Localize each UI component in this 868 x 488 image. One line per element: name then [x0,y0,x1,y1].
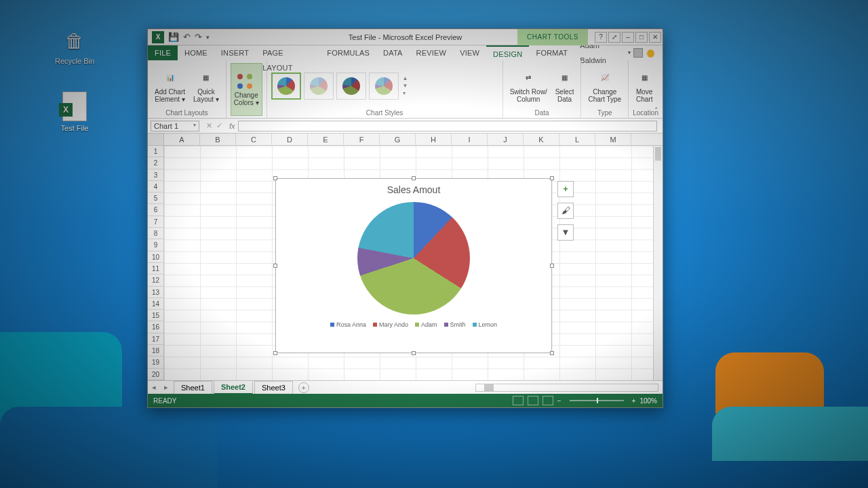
chart-style-2[interactable] [304,73,334,100]
col-header[interactable]: I [452,134,488,145]
col-header[interactable]: C [236,134,272,145]
row-header[interactable]: 14 [148,298,163,310]
desktop-testfile[interactable]: Test File [51,92,98,132]
row-header[interactable]: 7 [148,216,163,228]
qat-save-icon[interactable]: 💾 [168,32,179,42]
row-header[interactable]: 4 [148,181,163,192]
qat-undo-icon[interactable]: ↶ [183,32,191,42]
select-data-button[interactable]: ▦Select Data [553,63,577,108]
tab-nav-prev[interactable]: ◂ [148,383,160,392]
sheet-tab-2[interactable]: Sheet2 [214,380,253,394]
horizontal-scrollbar[interactable] [475,384,658,392]
select-all[interactable] [148,134,164,145]
row-header[interactable]: 13 [148,287,163,298]
chart-elements-button[interactable]: + [557,181,574,197]
col-header[interactable]: M [595,134,631,145]
row-header[interactable]: 15 [148,310,163,321]
chart-styles-button[interactable]: 🖌 [557,203,574,219]
tab-view[interactable]: VIEW [453,45,486,60]
embedded-chart[interactable]: Sales Amout Rosa AnnaMary AndoAdamSmithL… [275,178,552,353]
tab-file[interactable]: FILE [148,45,178,60]
collapse-ribbon-icon[interactable]: ˄ [654,106,658,115]
col-header[interactable]: B [200,134,236,145]
chart-filters-button[interactable]: ▼ [557,224,574,241]
feedback-icon[interactable] [647,49,654,58]
col-header[interactable]: D [272,134,308,145]
tab-insert[interactable]: INSERT [214,45,256,60]
styles-more[interactable]: ▾ [403,90,408,96]
formula-input[interactable] [238,121,657,131]
row-header[interactable]: 18 [148,345,163,357]
tab-formulas[interactable]: FORMULAS [320,45,376,60]
name-box[interactable]: Chart 1▾ [151,121,199,131]
legend-item[interactable]: Adam [415,321,437,328]
styles-scroll-down[interactable]: ▼ [403,83,408,89]
chart-style-1[interactable] [271,73,301,100]
row-header[interactable]: 11 [148,263,163,274]
col-header[interactable]: F [344,134,380,145]
add-sheet-button[interactable]: + [298,382,309,393]
qat-redo-icon[interactable]: ↷ [195,32,202,42]
chart-style-4[interactable] [369,73,399,100]
row-header[interactable]: 6 [148,204,163,216]
ribbon-options-button[interactable]: ⤢ [608,32,620,43]
row-header[interactable]: 10 [148,251,163,263]
col-header[interactable]: G [380,134,416,145]
sheet-tab-1[interactable]: Sheet1 [174,381,212,394]
chart-legend[interactable]: Rosa AnnaMary AndoAdamSmithLemon [276,321,551,328]
view-page-layout-button[interactable] [528,396,538,405]
add-chart-element-button[interactable]: 📊Add Chart Element ▾ [152,63,188,108]
tab-pagelayout[interactable]: PAGE LAYOUT [256,45,320,60]
vertical-scrollbar[interactable] [653,146,663,380]
cancel-formula-icon[interactable]: ✕ [206,121,212,130]
sheet-tab-3[interactable]: Sheet3 [254,381,293,394]
styles-scroll-up[interactable]: ▲ [403,75,408,81]
change-colors-button[interactable]: Change Colors ▾ [231,63,262,116]
legend-item[interactable]: Lemon [473,321,498,328]
zoom-slider[interactable] [570,400,624,401]
row-header[interactable]: 8 [148,228,163,239]
zoom-out-button[interactable]: − [557,397,561,405]
tab-format[interactable]: FORMAT [529,45,574,60]
qat-customize-icon[interactable]: ▾ [206,34,210,41]
chart-title[interactable]: Sales Amout [276,179,551,198]
col-header[interactable]: K [524,134,559,145]
col-header[interactable]: A [164,134,200,145]
col-header[interactable]: E [308,134,344,145]
view-page-break-button[interactable] [542,396,553,405]
tab-design[interactable]: DESIGN [486,45,529,60]
view-normal-button[interactable] [513,396,524,405]
row-header[interactable]: 9 [148,239,163,251]
quick-layout-button[interactable]: ▦Quick Layout ▾ [191,63,222,108]
col-header[interactable]: H [416,134,452,145]
minimize-button[interactable]: – [622,32,634,43]
zoom-in-button[interactable]: + [632,397,636,405]
fx-icon[interactable]: fx [226,122,238,130]
col-header[interactable]: J [488,134,524,145]
row-header[interactable]: 17 [148,333,163,345]
close-button[interactable]: ✕ [649,32,661,43]
row-header[interactable]: 16 [148,321,163,333]
legend-item[interactable]: Rosa Anna [330,321,366,328]
cell-grid[interactable]: Sales Amout Rosa AnnaMary AndoAdamSmithL… [164,146,653,380]
row-header[interactable]: 20 [148,369,163,380]
zoom-level[interactable]: 100% [639,397,657,405]
tab-nav-next[interactable]: ▸ [160,383,172,392]
tab-home[interactable]: HOME [178,45,214,60]
tab-review[interactable]: REVIEW [410,45,454,60]
change-chart-type-button[interactable]: 📈Change Chart Type [585,63,624,108]
col-header[interactable]: L [559,134,595,145]
row-header[interactable]: 19 [148,357,163,368]
desktop-recycle-bin[interactable]: 🗑 Recycle Bin [51,27,98,65]
enter-formula-icon[interactable]: ✓ [216,121,222,130]
row-header[interactable]: 3 [148,169,163,181]
pie-chart[interactable] [357,202,470,314]
legend-item[interactable]: Smith [444,321,466,328]
move-chart-button[interactable]: ▦Move Chart [633,63,656,108]
chart-style-3[interactable] [336,73,366,100]
row-header[interactable]: 1 [148,146,163,157]
help-button[interactable]: ? [595,32,607,43]
switch-row-column-button[interactable]: ⇄Switch Row/ Column [507,63,550,108]
legend-item[interactable]: Mary Ando [373,321,408,328]
row-header[interactable]: 5 [148,192,163,204]
